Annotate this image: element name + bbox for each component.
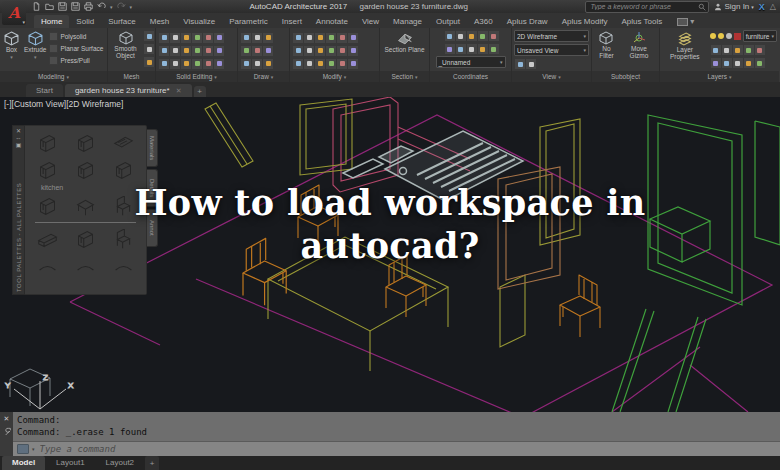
- tool-icon[interactable]: [525, 58, 537, 70]
- plot-icon[interactable]: [84, 2, 93, 11]
- smooth-object-button[interactable]: Smooth Object: [110, 30, 141, 61]
- kitchen-cabinet-tool[interactable]: [75, 160, 96, 181]
- tool-icon[interactable]: [488, 43, 500, 55]
- command-input-row[interactable]: ▾: [13, 441, 780, 456]
- ribbon-tab-insert[interactable]: Insert: [275, 15, 309, 28]
- move-gizmo-button[interactable]: Move Gizmo: [621, 30, 657, 61]
- command-history[interactable]: Command: Command: _.erase 1 found: [13, 412, 780, 441]
- caret-down-icon[interactable]: ▾: [110, 4, 113, 10]
- ribbon-tab-surface[interactable]: Surface: [101, 15, 143, 28]
- panel-label-coordinates[interactable]: Coordinates: [430, 71, 511, 82]
- ribbon-tab-annotate[interactable]: Annotate: [309, 15, 355, 28]
- tool-icon[interactable]: [754, 57, 766, 69]
- ribbon-tab-manage[interactable]: Manage: [386, 15, 429, 28]
- layer-dropdown[interactable]: furniture ▾: [743, 30, 777, 42]
- file-tab-start[interactable]: Start: [26, 84, 63, 97]
- panel-label-subobject[interactable]: Subobject: [592, 71, 659, 82]
- press-pull-button[interactable]: Press/Pull: [49, 54, 103, 66]
- tool-icon[interactable]: [721, 44, 733, 56]
- kitchen-cabinet-tool[interactable]: [37, 160, 58, 181]
- ribbon-tab-parametric[interactable]: Parametric: [222, 15, 275, 28]
- section-plane-button[interactable]: Section Plane: [383, 30, 425, 55]
- saved-view-dropdown[interactable]: Unsaved View ▾: [514, 44, 589, 56]
- tool-icon[interactable]: [710, 57, 722, 69]
- undo-icon[interactable]: [97, 2, 106, 11]
- ribbon-tab-aplus-draw[interactable]: Aplus Draw: [500, 15, 555, 28]
- kitchen-sink-tool[interactable]: [113, 133, 134, 154]
- tool-icon[interactable]: [262, 58, 274, 70]
- customize-icon[interactable]: [17, 444, 29, 454]
- ribbon-tab-mesh[interactable]: Mesh: [143, 15, 177, 28]
- viewport-controls[interactable]: [-][Custom View][2D Wireframe]: [4, 99, 123, 109]
- tool-icon[interactable]: [262, 45, 274, 57]
- tool-icon[interactable]: [743, 44, 755, 56]
- sign-in-button[interactable]: Sign In ▾: [714, 2, 753, 11]
- kitchen-cabinet-tool[interactable]: [37, 133, 58, 154]
- ucs-dropdown[interactable]: _Unnamed ▾: [436, 56, 506, 68]
- ribbon-tab-home[interactable]: Home: [34, 15, 69, 28]
- new-file-icon[interactable]: [32, 2, 41, 11]
- panel-label-view[interactable]: View▾: [512, 71, 591, 82]
- search-input[interactable]: [588, 2, 698, 11]
- tool-icon[interactable]: [466, 43, 478, 55]
- tool-icon[interactable]: [213, 58, 225, 70]
- a360-icon[interactable]: △: [770, 2, 776, 11]
- tool-icon[interactable]: [347, 32, 359, 44]
- close-icon[interactable]: ✕: [16, 128, 21, 135]
- tool-icon[interactable]: [143, 30, 155, 42]
- close-icon[interactable]: ✕: [176, 87, 182, 95]
- ribbon-tab-aplus-tools[interactable]: Aplus Tools: [614, 15, 669, 28]
- panel-label-draw[interactable]: Draw▾: [238, 71, 289, 82]
- panel-label-solid-editing[interactable]: Solid Editing▾: [156, 71, 237, 82]
- ribbon-tab-aplus-modify[interactable]: Aplus Modify: [555, 15, 615, 28]
- drawing-canvas[interactable]: Z X Y [-][Custom View][2D Wireframe] ✕ ⇔…: [0, 97, 780, 412]
- layer-on-icon[interactable]: [710, 33, 716, 39]
- visual-style-dropdown[interactable]: 2D Wireframe ▾: [514, 30, 589, 42]
- polysolid-button[interactable]: Polysolid: [49, 30, 103, 42]
- save-as-icon[interactable]: [71, 2, 80, 11]
- close-icon[interactable]: ✕: [4, 415, 10, 423]
- tab-layout1[interactable]: Layout1: [46, 456, 94, 470]
- panel-label-modeling[interactable]: Modeling▾: [0, 71, 107, 82]
- tool-icon[interactable]: [444, 30, 456, 42]
- panel-label-mesh[interactable]: Mesh: [108, 71, 155, 82]
- tool-icon[interactable]: [444, 43, 456, 55]
- tool-icon[interactable]: [213, 32, 225, 44]
- tool-icon[interactable]: [754, 44, 766, 56]
- tool-icon[interactable]: [213, 45, 225, 57]
- tool-icon[interactable]: [455, 43, 467, 55]
- exchange-apps-icon[interactable]: X: [759, 2, 765, 12]
- tool-icon[interactable]: [477, 30, 489, 42]
- kitchen-cabinet-tool[interactable]: [113, 160, 134, 181]
- ribbon-tab-a360[interactable]: A360: [467, 15, 500, 28]
- kitchen-cabinet-tool[interactable]: [75, 133, 96, 154]
- ribbon-display-toggle[interactable]: ▾: [677, 17, 694, 28]
- box-button[interactable]: Box ▾: [2, 30, 21, 61]
- help-search-box[interactable]: [585, 1, 709, 13]
- tool-icon[interactable]: [721, 57, 733, 69]
- tool-icon[interactable]: [347, 58, 359, 70]
- panel-label-section[interactable]: Section▾: [380, 71, 429, 82]
- layer-lock-icon[interactable]: [726, 33, 732, 39]
- ribbon-tab-visualize[interactable]: Visualize: [176, 15, 222, 28]
- save-icon[interactable]: [58, 2, 67, 11]
- layer-properties-button[interactable]: Layer Properties: [662, 30, 708, 62]
- new-layout-button[interactable]: +: [145, 456, 159, 470]
- file-tab-document[interactable]: garden house 23 furniture* ✕: [65, 84, 192, 97]
- tool-icon[interactable]: [143, 56, 155, 68]
- properties-icon[interactable]: ▣: [16, 142, 22, 149]
- command-input[interactable]: [38, 443, 776, 455]
- tool-icon[interactable]: [477, 43, 489, 55]
- tool-icon[interactable]: [347, 45, 359, 57]
- ribbon-tab-output[interactable]: Output: [429, 15, 467, 28]
- tool-icon[interactable]: [710, 44, 722, 56]
- tool-icon[interactable]: [732, 57, 744, 69]
- tool-icon[interactable]: [143, 43, 155, 55]
- tab-model[interactable]: Model: [2, 456, 45, 470]
- auto-hide-icon[interactable]: ⇔: [16, 135, 22, 142]
- no-filter-button[interactable]: No Filter: [594, 30, 619, 61]
- new-drawing-tab-button[interactable]: +: [194, 86, 206, 97]
- tool-icon[interactable]: [455, 30, 467, 42]
- tool-icon[interactable]: [262, 32, 274, 44]
- tool-icon[interactable]: [488, 30, 500, 42]
